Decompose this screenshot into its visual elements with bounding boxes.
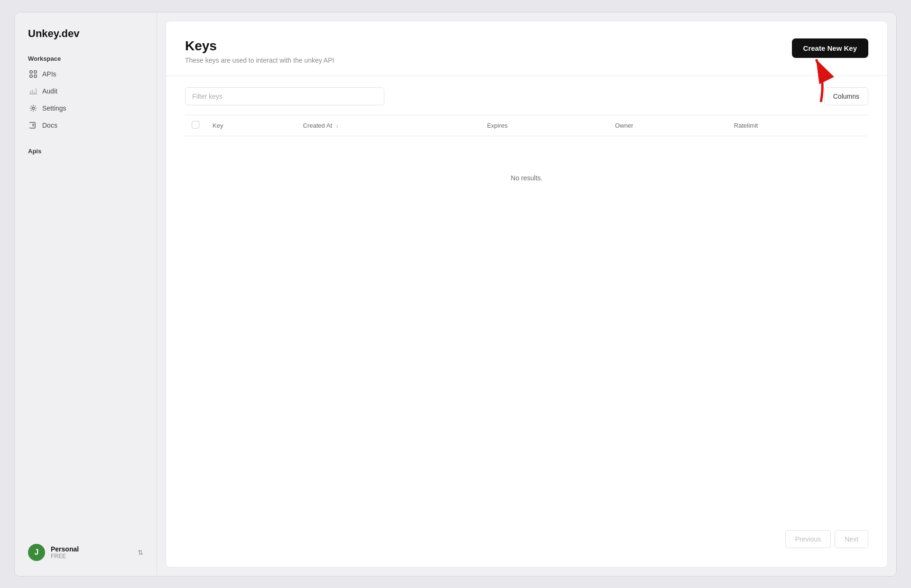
workspace-plan: FREE: [51, 553, 132, 560]
app-container: Unkey.dev Workspace APIs: [14, 12, 897, 577]
sidebar-item-apis[interactable]: APIs: [24, 66, 147, 82]
workspace-switcher[interactable]: J Personal FREE ⇅: [24, 538, 147, 567]
avatar: J: [28, 544, 45, 561]
sidebar-item-audit[interactable]: Audit: [24, 83, 147, 99]
footer-info: Personal FREE: [51, 545, 132, 560]
sidebar-item-docs-label: Docs: [42, 121, 57, 129]
select-all-checkbox[interactable]: [192, 121, 199, 129]
keys-table: Key Created At ↕ Expires Owner: [185, 115, 868, 220]
previous-button[interactable]: Previous: [785, 530, 831, 548]
sidebar-item-audit-label: Audit: [42, 87, 57, 95]
page-title: Keys: [185, 38, 334, 54]
svg-rect-1: [34, 71, 37, 73]
col-header-owner: Owner: [608, 115, 727, 136]
svg-rect-2: [30, 75, 32, 77]
sidebar-item-settings-label: Settings: [42, 104, 66, 112]
col-header-expires: Expires: [480, 115, 608, 136]
chevron-updown-icon: ⇅: [138, 549, 143, 556]
svg-rect-3: [34, 75, 37, 77]
sidebar-item-settings[interactable]: Settings: [24, 100, 147, 116]
table-area: Columns Key Created At ↕: [166, 76, 887, 567]
next-button[interactable]: Next: [835, 530, 868, 548]
page-subtitle: These keys are used to interact with the…: [185, 56, 334, 64]
sidebar: Unkey.dev Workspace APIs: [15, 12, 157, 576]
col-header-created-at[interactable]: Created At ↕: [297, 115, 481, 136]
sort-icon: ↕: [336, 123, 339, 129]
workspace-name: Personal: [51, 545, 132, 553]
columns-button[interactable]: Columns: [824, 87, 868, 105]
sidebar-item-apis-label: APIs: [42, 70, 56, 78]
main-content: Keys These keys are used to interact wit…: [166, 21, 888, 568]
no-results-message: No results.: [185, 136, 868, 220]
create-new-key-button[interactable]: Create New Key: [792, 38, 868, 58]
page-header: Keys These keys are used to interact wit…: [166, 21, 887, 76]
app-logo: Unkey.dev: [24, 28, 147, 40]
filter-keys-input[interactable]: [185, 87, 384, 105]
table-toolbar: Columns: [185, 87, 868, 105]
bar-chart-icon: [29, 87, 37, 95]
book-icon: [29, 121, 37, 130]
header-text: Keys These keys are used to interact wit…: [185, 38, 334, 64]
apis-section-label: Apis: [24, 148, 147, 155]
col-header-key: Key: [206, 115, 297, 136]
pagination: Previous Next: [185, 523, 868, 556]
col-header-ratelimit: Ratelimit: [727, 115, 868, 136]
workspace-section-label: Workspace: [24, 55, 147, 62]
gear-icon: [29, 104, 37, 112]
svg-point-9: [32, 107, 35, 109]
svg-rect-0: [30, 71, 32, 73]
sidebar-item-docs[interactable]: Docs: [24, 117, 147, 133]
grid-icon: [29, 70, 37, 78]
